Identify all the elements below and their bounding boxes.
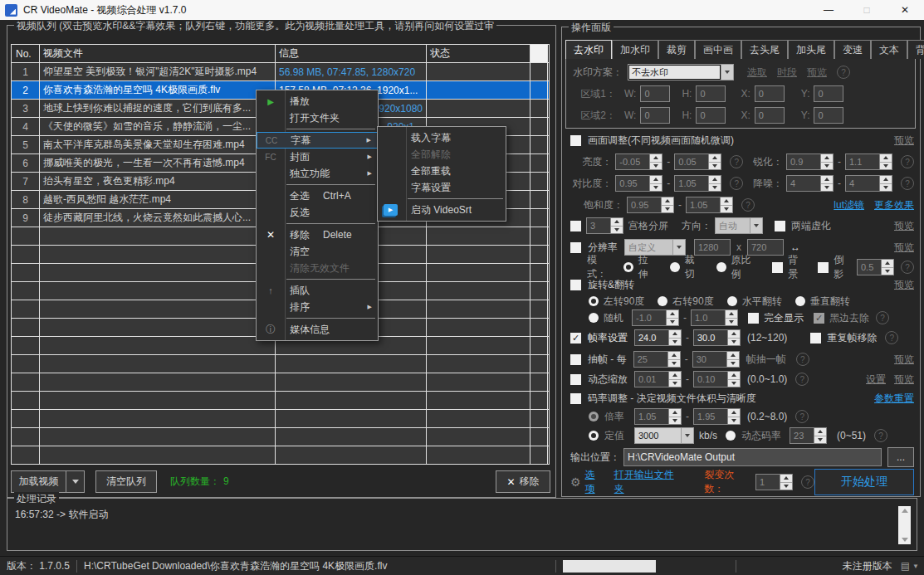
tab-text[interactable]: 文本 [871,40,907,59]
combo-dropdown-icon[interactable] [672,239,686,256]
log-scrollbar[interactable] [898,506,911,544]
bitrate-min-spinner[interactable]: 1.05 [634,408,682,425]
help-icon[interactable]: ? [795,373,809,386]
preview-link[interactable]: 预览 [807,66,827,80]
denoise-max-spinner[interactable]: 4 [845,175,892,192]
settings-link[interactable]: 设置 [866,373,886,387]
help-icon[interactable]: ? [901,155,914,168]
tab-add-head-tail[interactable]: 加头尾 [788,40,834,59]
dynzoom-min-spinner[interactable]: 0.01 [634,371,682,387]
edge-blur-checkbox[interactable] [775,221,785,231]
swap-dimensions-icon[interactable]: ↔ [790,241,800,253]
menu-item-play[interactable]: ▶ 播放 [257,93,378,110]
lut-filter-link[interactable]: lut滤镜 [834,198,864,212]
help-icon[interactable]: ? [795,410,809,423]
minimize-button[interactable]: — [809,0,848,20]
report-icon[interactable]: ▤ [901,560,910,572]
browse-button[interactable]: ... [887,447,914,467]
contrast-max-spinner[interactable]: 1.05 [674,175,721,192]
tab-trim-head-tail[interactable]: 去头尾 [741,40,788,59]
combo-dropdown-icon[interactable] [750,217,763,234]
menu-item-invert-selection[interactable]: 反选 [257,204,378,221]
help-icon[interactable]: ? [801,475,814,489]
start-processing-button[interactable]: 开始处理 [814,469,914,495]
help-icon[interactable]: ? [741,198,755,212]
header-no[interactable]: No. [12,45,40,62]
menu-item-remove[interactable]: ✕ 移除Delete [257,227,378,243]
open-output-folder-link[interactable]: 打开输出文件夹 [614,468,682,496]
caret-down-icon[interactable]: ▼ [912,563,919,570]
grid-split-spinner[interactable]: 3 [586,217,623,234]
dynamic-bitrate-spinner[interactable]: 23 [790,427,827,444]
reflection-checkbox[interactable] [818,262,829,273]
table-row[interactable]: 1 仰望星空 美到极致！银河"超清2K"延时摄影.mp4 56.98 MB, 0… [12,63,549,81]
submenu-item-launch-videosrt[interactable]: ▶ 启动 VideoSrt [378,202,506,218]
tab-pip[interactable]: 画中画 [695,40,741,59]
scroll-up-icon[interactable] [902,509,908,513]
header-file[interactable]: 视频文件 [40,45,276,62]
preview-link[interactable]: 预览 [894,241,914,255]
contrast-min-spinner[interactable]: 0.95 [615,175,662,192]
fission-spinner[interactable]: 1 [755,474,793,490]
hflip-radio[interactable] [727,296,737,306]
menu-item-subtitle[interactable]: CC 字幕 ▶ [257,132,378,149]
help-icon[interactable]: ? [730,155,743,168]
bitrate-fixed-radio[interactable] [589,431,599,441]
header-status[interactable]: 状态 [427,45,530,62]
grid-split-checkbox[interactable] [570,221,581,231]
options-link[interactable]: 选项 [585,468,604,496]
brightness-max-spinner[interactable]: 0.05 [674,153,721,170]
saturation-max-spinner[interactable]: 1.05 [686,197,733,213]
extract-min-spinner[interactable]: 25 [633,351,681,368]
dynamic-zoom-checkbox[interactable] [570,374,581,385]
denoise-min-spinner[interactable]: 4 [786,175,834,192]
menu-item-open-folder[interactable]: 打开文件夹 [257,110,378,126]
region2-x-input[interactable]: 0 [755,107,785,124]
dedup-checkbox[interactable] [810,333,821,344]
submenu-item-subtitle-settings[interactable]: 字幕设置 [378,179,506,196]
header-info[interactable]: 信息 [276,45,427,62]
reflection-spinner[interactable]: 0.5 [857,259,894,275]
region2-y-input[interactable]: 0 [814,107,843,124]
reset-params-link[interactable]: 参数重置 [874,392,914,406]
crop-radio[interactable] [670,262,680,272]
bitrate-multiple-radio[interactable] [589,412,599,422]
deblack-checkbox[interactable]: ✓ [814,313,824,324]
frame-extract-checkbox[interactable] [570,354,581,365]
menu-item-standalone[interactable]: 独立功能 ▶ [257,165,378,182]
ratio-radio[interactable] [716,262,726,272]
bitrate-checkbox[interactable] [570,393,581,404]
tab-remove-watermark[interactable]: 去水印 [565,40,612,59]
help-icon[interactable]: ? [876,311,889,324]
extract-max-spinner[interactable]: 30 [692,351,740,368]
close-button[interactable]: ✕ [886,0,924,20]
dynamic-bitrate-radio[interactable] [726,431,736,441]
brightness-min-spinner[interactable]: -0.05 [615,153,662,170]
preview-link[interactable]: 预览 [894,278,914,292]
preview-link[interactable]: 预览 [894,373,914,387]
tab-crop[interactable]: 裁剪 [658,40,695,59]
menu-item-sort[interactable]: 排序 ▶ [257,299,378,315]
more-effects-link[interactable]: 更多效果 [874,198,914,212]
menu-item-clear[interactable]: 清空 [257,243,378,260]
combo-dropdown-icon[interactable] [721,64,734,80]
menu-item-select-all[interactable]: 全选Ctrl+A [257,188,378,204]
region1-y-input[interactable]: 0 [814,85,843,102]
help-icon[interactable]: ? [730,177,743,190]
remove-button[interactable]: ✕移除 [496,470,550,493]
help-icon[interactable]: ? [885,331,898,344]
preview-link[interactable]: 预览 [894,134,914,148]
random-radio[interactable] [589,313,599,323]
sharpen-min-spinner[interactable]: 0.9 [786,153,834,170]
tab-speed[interactable]: 变速 [834,40,871,59]
menu-item-media-info[interactable]: ⓘ 媒体信息 [257,321,378,338]
sharpen-max-spinner[interactable]: 1.1 [845,153,892,170]
scroll-down-icon[interactable] [902,538,908,542]
help-icon[interactable]: ? [837,66,850,79]
fps-checkbox[interactable]: ✓ [570,333,581,344]
region1-w-input[interactable]: 0 [640,85,670,102]
help-icon[interactable]: ? [796,353,809,366]
output-path-input[interactable]: H:\CRVideoMate Output [623,448,882,466]
tab-bgm[interactable]: 背景音 [907,40,924,59]
region2-w-input[interactable]: 0 [640,107,670,124]
